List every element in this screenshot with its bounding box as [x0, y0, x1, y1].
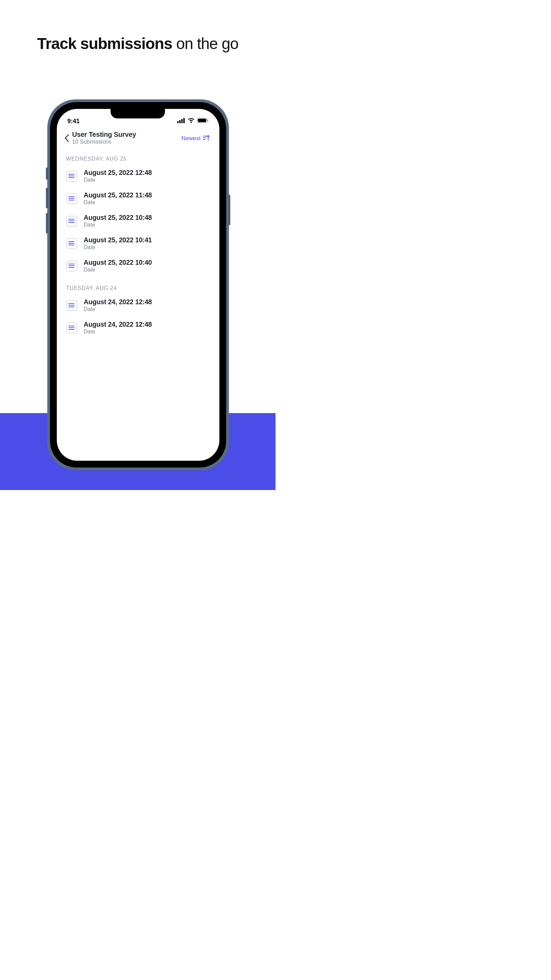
form-icon [66, 238, 77, 249]
submission-sublabel: Date [84, 306, 210, 312]
section-header: WEDNESDAY, AUG 25 [66, 156, 210, 162]
submission-sublabel: Date [84, 244, 210, 250]
submission-title: August 24, 2022 12:48 [84, 321, 210, 328]
back-button[interactable] [62, 132, 71, 144]
submission-row[interactable]: August 24, 2022 12:48Date [66, 295, 210, 318]
svg-rect-3 [183, 118, 184, 123]
row-text: August 24, 2022 12:48Date [84, 298, 210, 312]
svg-rect-5 [198, 118, 206, 122]
marketing-headline: Track submissions on the go [0, 0, 275, 54]
submission-sublabel: Date [84, 177, 210, 183]
row-text: August 25, 2022 12:48Date [84, 169, 210, 183]
submission-row[interactable]: August 25, 2022 10:40Date [66, 256, 210, 278]
page-subtitle: 10 Submissions [72, 139, 181, 145]
submission-row[interactable]: August 25, 2022 10:48Date [66, 211, 210, 234]
submission-row[interactable]: August 25, 2022 10:41Date [66, 234, 210, 256]
submissions-list: WEDNESDAY, AUG 25August 25, 2022 12:48Da… [56, 148, 219, 340]
status-time: 9:41 [67, 118, 79, 124]
wifi-icon [187, 118, 195, 124]
phone-side-button [46, 188, 48, 208]
phone-side-button [228, 195, 230, 225]
headline-bold: Track submissions [37, 35, 172, 52]
phone-side-button [46, 167, 48, 180]
phone-screen: 9:41 [56, 109, 219, 461]
svg-rect-6 [207, 119, 208, 121]
submission-row[interactable]: August 24, 2022 12:48Date [66, 318, 210, 340]
submission-sublabel: Date [84, 222, 210, 228]
form-icon [66, 193, 77, 204]
form-icon [66, 215, 77, 226]
row-text: August 24, 2022 12:48Date [84, 321, 210, 335]
status-icons [177, 118, 208, 124]
svg-rect-1 [179, 120, 180, 123]
row-text: August 25, 2022 10:40Date [84, 259, 210, 273]
sort-label: Newest [181, 134, 201, 141]
form-icon [66, 260, 77, 271]
submission-title: August 25, 2022 12:48 [84, 169, 210, 176]
phone-notch [111, 109, 165, 118]
phone-bezel: 9:41 [50, 102, 226, 468]
sort-button[interactable]: Newest [181, 134, 210, 141]
submission-title: August 24, 2022 12:48 [84, 298, 210, 305]
submission-row[interactable]: August 25, 2022 12:48Date [66, 166, 210, 189]
battery-icon [197, 118, 208, 124]
submission-title: August 25, 2022 11:48 [84, 191, 210, 199]
row-text: August 25, 2022 11:48Date [84, 191, 210, 205]
phone-side-button [46, 213, 48, 234]
form-icon [66, 170, 77, 181]
submission-sublabel: Date [84, 267, 210, 273]
sort-ascending-icon [203, 135, 210, 141]
section-header: TUESDAY, AUG 24 [66, 285, 210, 291]
title-block: User Testing Survey 10 Submissions [72, 130, 181, 145]
svg-rect-0 [177, 121, 178, 123]
submission-sublabel: Date [84, 329, 210, 335]
submission-row[interactable]: August 25, 2022 11:48Date [66, 189, 210, 211]
form-icon [66, 322, 77, 333]
cellular-icon [177, 118, 185, 124]
phone-frame: 9:41 [47, 99, 229, 470]
row-text: August 25, 2022 10:41Date [84, 236, 210, 250]
form-icon [66, 300, 77, 311]
submission-title: August 25, 2022 10:41 [84, 236, 210, 243]
submission-title: August 25, 2022 10:40 [84, 259, 210, 266]
headline-rest: on the go [172, 35, 238, 52]
svg-rect-2 [181, 119, 182, 123]
submission-title: August 25, 2022 10:48 [84, 214, 210, 221]
page-title: User Testing Survey [72, 130, 181, 138]
submission-sublabel: Date [84, 199, 210, 205]
chevron-left-icon [64, 134, 69, 142]
nav-header: User Testing Survey 10 Submissions Newes… [56, 127, 219, 148]
row-text: August 25, 2022 10:48Date [84, 214, 210, 228]
